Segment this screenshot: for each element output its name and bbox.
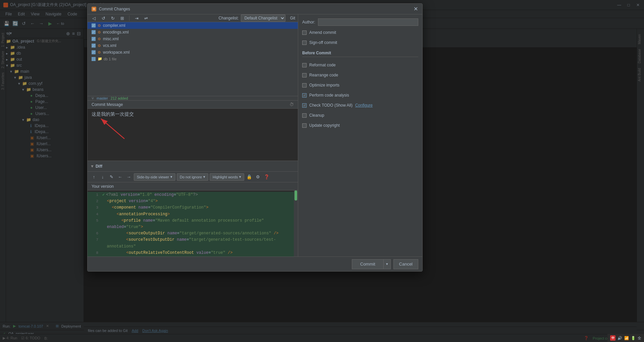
file-check-db[interactable]: ✓ [92,57,96,61]
filename-workspace: workspace.xml [103,50,129,55]
file-item-misc[interactable]: ✓ ⚙ misc.xml [88,36,298,42]
diff-collapse-icon[interactable]: ▼ [90,164,94,169]
signoff-commit-checkbox[interactable] [302,41,307,45]
file-check-encodings[interactable]: ✓ [92,30,96,34]
diff-scrollbar-thumb[interactable] [294,190,297,201]
diff-help-btn[interactable]: ❓ [263,173,270,181]
diff-scrollbar[interactable] [294,190,298,256]
dialog-close-button[interactable]: ✕ [413,6,418,12]
update-copyright-row[interactable]: Update copyright [302,122,418,129]
diff-code: 1 ✓ <?xml version="1.0" encoding="UTF-8"… [88,190,298,256]
file-item-vcs[interactable]: ✓ ⚙ vcs.xml [88,42,298,49]
git-label: Git [290,16,295,20]
changelist-dropdown[interactable]: Default Changelist [241,14,285,22]
diff-edit-btn[interactable]: ✎ [108,173,115,181]
signoff-commit-label: Sign-off commit [309,40,337,45]
reformat-code-row[interactable]: Reformat code [302,62,418,68]
diff-line-2: 2 <project version="4"> [88,198,298,205]
diff-btn[interactable]: ⇌ [142,14,150,22]
group-btn[interactable]: ⊞ [118,14,126,22]
diff-prev-btn[interactable]: ◁ [90,14,98,22]
filename-misc: misc.xml [103,37,119,41]
perform-analysis-row[interactable]: ✓ Perform code analysis [302,92,418,99]
diff-up-btn[interactable]: ↑ [90,173,98,181]
file-check-vcs[interactable]: ✓ [92,44,96,48]
reformat-code-checkbox[interactable] [302,63,307,67]
db-folder-label: db 1 file [104,57,117,61]
commit-msg-settings-icon[interactable]: ⏱ [289,102,294,107]
author-input[interactable] [318,18,418,26]
sound-icon: 🔊 [618,336,622,340]
changelist-label: Changelist: [219,16,239,20]
commit-button[interactable]: Commit [352,259,383,269]
dialog-titlebar: ⚙ Commit Changes ✕ [88,4,422,14]
optimize-imports-label: Optimize imports [309,83,339,88]
diff-line-4: 4 <annotationProcessing> [88,211,298,218]
diff-down-btn[interactable]: ↓ [99,173,106,181]
author-label: Author: [302,20,315,24]
undo-btn[interactable]: ↺ [100,14,107,22]
dialog-right-pane: Author: Amend commit Sign-off commit Bef… [298,14,422,256]
commit-msg-header: Commit Message ⏱ [88,101,298,109]
file-item-compiler[interactable]: ✓ ⚙ compiler.xml [88,22,298,29]
highlight-select-btn[interactable]: Highlight words ▾ [210,173,244,181]
diff-lock-btn[interactable]: 🔒 [246,173,253,181]
file-item-encodings[interactable]: ✓ ⚙ encodings.xml [88,29,298,36]
update-copyright-checkbox[interactable] [302,123,307,128]
check-todo-label: Check TODO (Show All) [309,103,353,108]
added-count: 212 added [111,96,128,100]
commit-msg-body[interactable]: 这是我的第一次提交 [88,109,298,161]
toolbar-sep-1 [129,15,129,21]
file-list-footer: ⑂ master 212 added [88,96,298,100]
ignore-select-btn[interactable]: Do not ignore ▾ [177,173,208,181]
diff-line-7: 7 <sourceTestOutputDir name="target/gene… [88,237,298,249]
xml-icon-misc: ⚙ [98,37,101,41]
commit-dropdown-button[interactable]: ▾ [383,259,391,269]
amend-commit-row[interactable]: Amend commit [302,29,418,36]
rearrange-code-row[interactable]: Rearrange code [302,72,418,78]
diff-line-1: 1 ✓ <?xml version="1.0" encoding="UTF-8"… [88,192,298,198]
svg-line-1 [101,119,124,139]
red-arrow-indicator [91,115,131,142]
optimize-imports-checkbox[interactable] [302,83,307,88]
perform-analysis-checkbox[interactable]: ✓ [302,93,307,98]
xml-icon-vcs: ⚙ [98,44,101,48]
dialog-footer: Commit ▾ Cancel [88,256,422,271]
diff-settings-btn[interactable]: ⚙ [254,173,262,181]
ime-icon[interactable]: 中 [610,335,615,341]
amend-commit-checkbox[interactable] [302,31,307,35]
cleanup-row[interactable]: Cleanup [302,112,418,119]
rearrange-code-label: Rearrange code [309,73,338,77]
expand-btn[interactable]: ⇥ [133,14,140,22]
network-icon: 📶 [624,336,629,340]
system-tray: 中 🔊 📶 🔋 全 [607,334,644,342]
filename-vcs: vcs.xml [103,43,116,48]
commit-msg-text[interactable]: 这是我的第一次提交 [92,111,294,117]
file-check-compiler[interactable]: ✓ [92,23,96,27]
file-item-workspace[interactable]: ✓ ⚙ workspace.xml [88,49,298,56]
db-folder-item[interactable]: ✓ 📁 db 1 file [88,56,298,62]
diff-prev-chunk[interactable]: ← [116,173,124,181]
refresh-dialog-btn[interactable]: ↻ [109,14,116,22]
diff-header: ▼ Diff [88,161,298,172]
cleanup-checkbox[interactable] [302,113,307,118]
check-todo-row[interactable]: ✓ Check TODO (Show All) Configure [302,102,418,109]
diff-next-chunk[interactable]: → [125,173,132,181]
rearrange-code-checkbox[interactable] [302,73,307,77]
optimize-imports-row[interactable]: Optimize imports [302,82,418,89]
diff-line-8: 8 <outputRelativeToContentRoot value="tr… [88,250,298,256]
viewer-select-btn[interactable]: Side-by-side viewer ▾ [134,173,175,181]
configure-link[interactable]: Configure [355,103,373,108]
fullscreen-icon[interactable]: 全 [638,336,641,341]
signoff-commit-row[interactable]: Sign-off commit [302,39,418,46]
file-check-misc[interactable]: ✓ [92,37,96,41]
cancel-button[interactable]: Cancel [393,259,418,269]
check-todo-checkbox[interactable]: ✓ [302,103,307,108]
amend-commit-label: Amend commit [309,30,336,35]
author-row: Author: [302,18,418,26]
file-check-workspace[interactable]: ✓ [92,50,96,54]
xml-icon-compiler: ⚙ [98,23,101,28]
update-copyright-label: Update copyright [309,123,340,128]
commit-btn-group: Commit ▾ [352,259,391,269]
ignore-chevron: ▾ [203,175,205,179]
